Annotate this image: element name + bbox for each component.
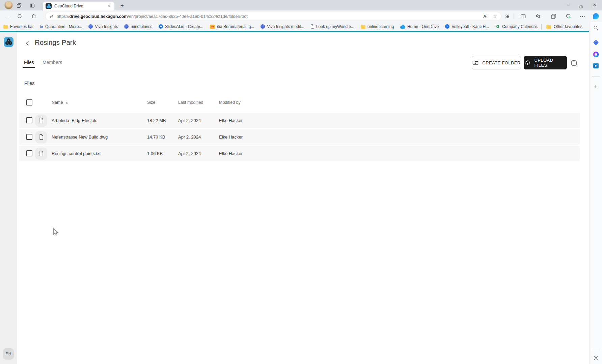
bookmark-item[interactable]: mindfulness bbox=[124, 24, 152, 29]
geocloud-page: EH Rosings Park Files Members CREATE FOL… bbox=[0, 31, 589, 364]
bookmark-label: Favorites bar bbox=[10, 24, 34, 29]
folder-plus-icon bbox=[472, 59, 479, 66]
browser-toolbar: ← https://drive.geocloud.hexagon.com/en/… bbox=[0, 10, 602, 22]
refresh-icon[interactable] bbox=[16, 13, 23, 20]
window-close-button[interactable]: × bbox=[589, 0, 600, 10]
bookmark-item[interactable]: online learning bbox=[361, 24, 394, 29]
select-all-checkbox[interactable] bbox=[26, 99, 32, 105]
upload-files-button[interactable]: UPLOAD FILES bbox=[524, 56, 567, 69]
tab-close-icon[interactable]: × bbox=[107, 3, 112, 9]
back-button[interactable] bbox=[24, 40, 31, 47]
bookmark-item[interactable]: ba iba Büromaterial: g... bbox=[210, 24, 254, 29]
bookmark-label: Volleyball - Kanti H... bbox=[451, 24, 489, 29]
bookmark-item[interactable]: SlidesAI.io - Create... bbox=[159, 24, 203, 29]
lock-icon bbox=[40, 26, 43, 28]
bookmark-label: Viva Insights medit... bbox=[267, 24, 304, 29]
slides-icon bbox=[159, 24, 163, 29]
bookmark-item[interactable]: Look up myWorld e... bbox=[311, 24, 354, 29]
add-favorite-icon[interactable]: ☆ bbox=[493, 13, 497, 19]
url-path: /en/project/aea17dac-8625-40ee-a1eb-b14c… bbox=[128, 14, 247, 19]
workspaces-icon[interactable] bbox=[16, 2, 22, 9]
column-header-name[interactable]: Name▲ bbox=[52, 100, 68, 105]
user-avatar[interactable]: EH bbox=[3, 348, 14, 360]
file-last-modified: Apr 2, 2024 bbox=[178, 118, 201, 123]
row-checkbox[interactable] bbox=[26, 150, 32, 156]
other-favourites[interactable]: Other favourites bbox=[538, 22, 582, 31]
doc-icon bbox=[311, 24, 314, 29]
file-name[interactable]: Rosings control points.txt bbox=[52, 151, 101, 156]
bookmark-item[interactable]: Quarantine - Micro... bbox=[40, 24, 82, 29]
file-row[interactable]: Arboleda_Bldg-Elect.ifc 18.22 MB Apr 2, … bbox=[19, 113, 580, 128]
back-icon[interactable]: ← bbox=[5, 13, 11, 20]
sidebar-search-icon[interactable] bbox=[593, 25, 599, 31]
file-row[interactable]: Nefenstrasse New Build.dwg 14.70 KB Apr … bbox=[19, 129, 580, 145]
rail-settings-gear-icon[interactable] bbox=[593, 355, 599, 361]
vertical-tabs-icon[interactable] bbox=[29, 2, 35, 9]
browser-tab-geocloud-drive[interactable]: GeoCloud Drive × bbox=[43, 2, 114, 10]
bookmark-item[interactable]: Viva Insights medit... bbox=[261, 24, 304, 29]
new-tab-button[interactable]: + bbox=[118, 2, 126, 10]
window-restore-button[interactable] bbox=[575, 2, 587, 10]
file-last-modified: Apr 2, 2024 bbox=[178, 151, 201, 156]
folder-icon bbox=[361, 25, 365, 29]
row-checkbox[interactable] bbox=[26, 117, 32, 123]
create-folder-button[interactable]: CREATE FOLDER bbox=[472, 56, 521, 69]
tab-files[interactable]: Files bbox=[24, 60, 34, 65]
geocloud-logo[interactable] bbox=[4, 37, 13, 47]
file-size: 14.70 KB bbox=[147, 134, 165, 140]
window-minimize-button[interactable]: – bbox=[563, 0, 574, 10]
file-name[interactable]: Nefenstrasse New Build.dwg bbox=[52, 134, 108, 140]
file-type-icon bbox=[35, 131, 47, 143]
row-checkbox[interactable] bbox=[26, 134, 32, 140]
file-modified-by: Elke Hacker bbox=[219, 118, 243, 123]
bookmark-item[interactable]: Home - OneDrive bbox=[400, 24, 439, 29]
browser-profile-avatar[interactable] bbox=[4, 1, 13, 9]
address-bar[interactable]: https://drive.geocloud.hexagon.com/en/pr… bbox=[45, 12, 501, 21]
bookmarks-bar: Favorites bar Quarantine - Micro... Viva… bbox=[0, 22, 589, 31]
info-icon[interactable] bbox=[570, 59, 578, 67]
file-row[interactable]: Rosings control points.txt 1.06 KB Apr 2… bbox=[19, 146, 580, 161]
bookmarks-list: Favorites bar Quarantine - Micro... Viva… bbox=[3, 24, 540, 29]
tab-members[interactable]: Members bbox=[43, 60, 62, 65]
file-type-icon bbox=[35, 148, 47, 160]
bookmark-item[interactable]: Favorites bar bbox=[3, 24, 34, 29]
outlook-icon[interactable] bbox=[593, 63, 599, 68]
shopping-icon[interactable] bbox=[594, 40, 598, 44]
favorites-icon[interactable] bbox=[535, 13, 541, 20]
url-host: drive.geocloud.hexagon.com bbox=[70, 14, 128, 19]
extensions-icon[interactable] bbox=[504, 13, 511, 20]
bookmark-item[interactable]: Viva Insights bbox=[88, 24, 118, 29]
column-header-size[interactable]: Size bbox=[147, 100, 155, 105]
read-aloud-icon[interactable]: A bbox=[483, 13, 487, 19]
upload-files-label: UPLOAD FILES bbox=[534, 58, 567, 68]
sort-ascending-icon[interactable]: ▲ bbox=[65, 101, 68, 104]
microsoft-365-icon[interactable] bbox=[593, 52, 599, 57]
settings-more-icon[interactable]: ⋯ bbox=[579, 13, 586, 20]
file-modified-by: Elke Hacker bbox=[219, 134, 243, 140]
site-lock-icon[interactable] bbox=[50, 14, 54, 19]
file-rows: Arboleda_Bldg-Elect.ifc 18.22 MB Apr 2, … bbox=[19, 113, 580, 162]
bookmark-label: Quarantine - Micro... bbox=[45, 24, 82, 29]
split-screen-icon[interactable] bbox=[520, 13, 526, 20]
app-sidebar: EH bbox=[0, 32, 17, 364]
browser-essentials-icon[interactable] bbox=[565, 13, 572, 20]
bookmark-label: mindfulness bbox=[131, 24, 152, 29]
tab-title: GeoCloud Drive bbox=[54, 4, 107, 8]
viva-icon bbox=[261, 24, 265, 29]
rail-add-icon[interactable]: + bbox=[594, 84, 598, 91]
file-name[interactable]: Arboleda_Bldg-Elect.ifc bbox=[52, 118, 97, 123]
home-icon[interactable] bbox=[30, 13, 37, 20]
file-size: 18.22 MB bbox=[147, 118, 166, 123]
main-content: Rosings Park Files Members CREATE FOLDER… bbox=[17, 32, 589, 364]
bookmark-label: Viva Insights bbox=[95, 24, 118, 29]
column-header-modified-by[interactable]: Modified by bbox=[219, 100, 241, 105]
collections-icon[interactable] bbox=[550, 13, 557, 20]
url-text[interactable]: https://drive.geocloud.hexagon.com/en/pr… bbox=[57, 14, 480, 19]
bookmark-label: online learning bbox=[367, 24, 394, 29]
column-header-last-modified[interactable]: Last modified bbox=[178, 100, 203, 105]
bookmark-item[interactable]: ✓ Volleyball - Kanti H... bbox=[445, 24, 489, 29]
rail-divider bbox=[592, 76, 600, 77]
viva-icon bbox=[124, 24, 129, 29]
copilot-icon[interactable] bbox=[593, 13, 599, 20]
bookmark-item[interactable]: G Company Calendar... bbox=[495, 24, 540, 29]
